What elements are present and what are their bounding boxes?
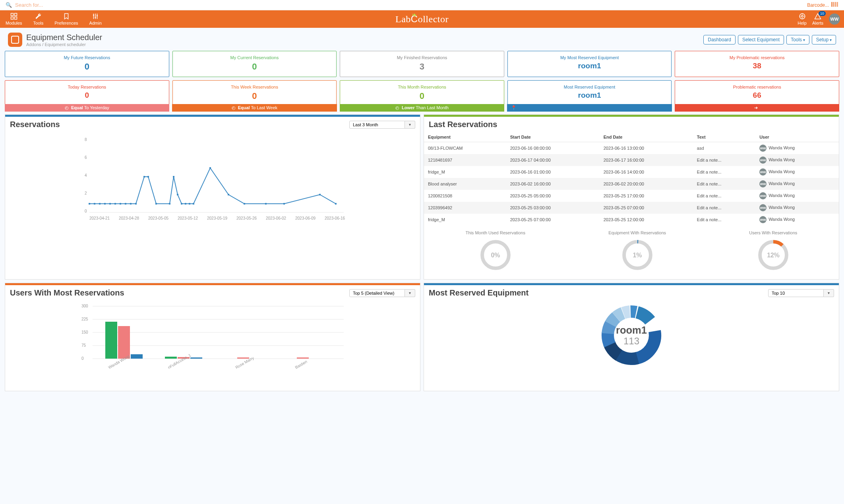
arrow-icon: ➜: [754, 105, 758, 110]
svg-text:4: 4: [85, 173, 87, 178]
svg-rect-32: [94, 203, 95, 205]
gauge-value: 0%: [491, 252, 500, 259]
table-row[interactable]: 08/13-FLOWCAM2023-06-16 08:00:002023-06-…: [424, 142, 839, 154]
tools-button[interactable]: Tools: [786, 35, 809, 44]
stat-card[interactable]: Today Reservations0◴Equal To Yesterday: [5, 80, 169, 111]
stat-value: 66: [677, 91, 837, 100]
page-head: Equipment Scheduler Addons / Equipment s…: [0, 28, 844, 51]
table-row[interactable]: Blood analyser2023-06-02 16:00:002023-06…: [424, 178, 839, 190]
setup-button[interactable]: Setup: [812, 35, 836, 44]
reservations-range-selector[interactable]: ▾: [349, 121, 415, 129]
stat-value: room1: [509, 62, 670, 70]
svg-rect-51: [209, 167, 211, 169]
bookmark-icon: [62, 13, 70, 20]
cell-text[interactable]: Edit a note...: [693, 190, 755, 202]
dropdown-toggle[interactable]: ▾: [405, 121, 415, 129]
help-icon: [798, 13, 806, 20]
svg-rect-1: [832, 2, 832, 7]
svg-text:Bastien: Bastien: [294, 359, 308, 370]
barcode-icon[interactable]: [831, 2, 838, 8]
table-row[interactable]: fridge_M2023-05-25 07:00:002023-05-25 12…: [424, 214, 839, 226]
stat-value: 0: [7, 91, 167, 100]
nav-label: Alerts: [812, 21, 823, 25]
stat-label: My Future Reservations: [7, 55, 167, 60]
range-input[interactable]: [349, 121, 405, 129]
svg-text:75: 75: [81, 343, 86, 348]
equip-top-selector[interactable]: ▾: [768, 289, 834, 297]
stat-card[interactable]: Most Reserved Equipmentroom1📍: [507, 80, 672, 111]
cell-end: 2023-05-25 12:00:00: [600, 214, 693, 226]
svg-rect-48: [185, 203, 186, 205]
select-equipment-button[interactable]: Select Equipment: [738, 35, 784, 44]
stat-card[interactable]: This Month Reservations0◴Lower Than Last…: [340, 80, 504, 111]
stat-card[interactable]: Problematic reservations66➜: [675, 80, 839, 111]
cell-equipment: 1218481697: [424, 154, 506, 166]
nav-label: Help: [798, 21, 807, 25]
cell-equipment: fridge_M: [424, 166, 506, 178]
cell-text[interactable]: Edit a note...: [693, 154, 755, 166]
table-row[interactable]: 12184816972023-06-17 04:00:002023-06-17 …: [424, 154, 839, 166]
clock-icon: ◴: [395, 105, 399, 110]
nav-preferences[interactable]: Preferences: [49, 13, 83, 25]
equip-top-input[interactable]: [768, 289, 824, 297]
cell-user: WWWanda Wong: [755, 202, 839, 214]
table-row[interactable]: fridge_M2023-06-16 01:00:002023-06-16 14…: [424, 166, 839, 178]
th-start: Start Date: [506, 132, 600, 142]
svg-text:8: 8: [85, 137, 87, 142]
cell-text[interactable]: Edit a note...: [693, 178, 755, 190]
cell-end: 2023-06-17 16:00:00: [600, 154, 693, 166]
dropdown-toggle[interactable]: ▾: [405, 289, 415, 297]
table-row[interactable]: 12008215082023-05-25 05:00:002023-05-25 …: [424, 190, 839, 202]
stat-card[interactable]: My Current Reservations0: [172, 51, 337, 77]
svg-rect-5: [836, 2, 837, 7]
stat-label: My Finished Reservations: [342, 55, 502, 60]
dropdown-toggle[interactable]: ▾: [824, 289, 834, 297]
svg-point-11: [93, 15, 94, 16]
cell-text[interactable]: Edit a note...: [693, 166, 755, 178]
gauge-value: 1%: [633, 252, 642, 259]
user-avatar[interactable]: WW: [829, 14, 840, 25]
stat-label: This Week Reservations: [174, 85, 335, 89]
barcode-label[interactable]: Barcode...: [807, 2, 829, 8]
svg-rect-0: [831, 2, 832, 7]
nav-modules[interactable]: Modules: [0, 13, 28, 25]
stat-label: Problematic reservations: [677, 85, 837, 89]
search-input[interactable]: [14, 2, 807, 8]
cell-equipment: Blood analyser: [424, 178, 506, 190]
svg-text:2023-05-12: 2023-05-12: [178, 216, 198, 220]
users-top-input[interactable]: [349, 289, 405, 297]
stat-label: This Month Reservations: [342, 85, 502, 89]
cell-text[interactable]: Edit a note...: [693, 202, 755, 214]
stat-card[interactable]: My Finished Reservations3: [340, 51, 504, 77]
stat-card[interactable]: My Problematic reservations38: [675, 51, 839, 77]
svg-text:2023-05-26: 2023-05-26: [236, 216, 257, 220]
nav-admin[interactable]: Admin: [84, 13, 107, 25]
stat-card[interactable]: My Future Reservations0: [5, 51, 169, 77]
cell-text[interactable]: Edit a note...: [693, 214, 755, 226]
pin-icon: 📍: [511, 105, 517, 110]
nav-tools[interactable]: Tools: [28, 13, 49, 25]
users-most-reservations-panel: ▾ Users With Most Reservations 300 225 1…: [5, 283, 420, 391]
stat-card[interactable]: This Week Reservations0◴Equal To Last We…: [172, 80, 337, 111]
clock-icon: ◴: [232, 105, 236, 110]
nav-alerts[interactable]: 10 Alerts: [812, 13, 823, 25]
dashboard-button[interactable]: Dashboard: [703, 35, 736, 44]
svg-rect-45: [173, 176, 174, 178]
avatar-icon: WW: [759, 156, 767, 164]
most-reserved-donut: room1 113: [598, 301, 665, 369]
svg-rect-2: [833, 2, 834, 7]
table-row[interactable]: 12039964922023-05-25 03:00:002023-05-25 …: [424, 202, 839, 214]
reservations-panel: ▾ Reservations 86420 2023-04-21 2023-04-…: [5, 114, 420, 280]
svg-text:0: 0: [81, 356, 84, 361]
stat-footer: ◴Equal To Last Week: [172, 104, 337, 112]
svg-rect-81: [297, 357, 309, 359]
nav-label: Admin: [89, 21, 102, 25]
cell-text[interactable]: asd: [693, 142, 755, 154]
svg-rect-34: [104, 203, 106, 205]
users-top-selector[interactable]: ▾: [349, 289, 415, 297]
stat-card[interactable]: My Most Reserved Equipmentroom1: [507, 51, 672, 77]
svg-point-12: [95, 17, 96, 18]
avatar-icon: WW: [759, 180, 767, 187]
page-title: Equipment Scheduler: [26, 33, 102, 42]
nav-help[interactable]: Help: [798, 13, 807, 25]
